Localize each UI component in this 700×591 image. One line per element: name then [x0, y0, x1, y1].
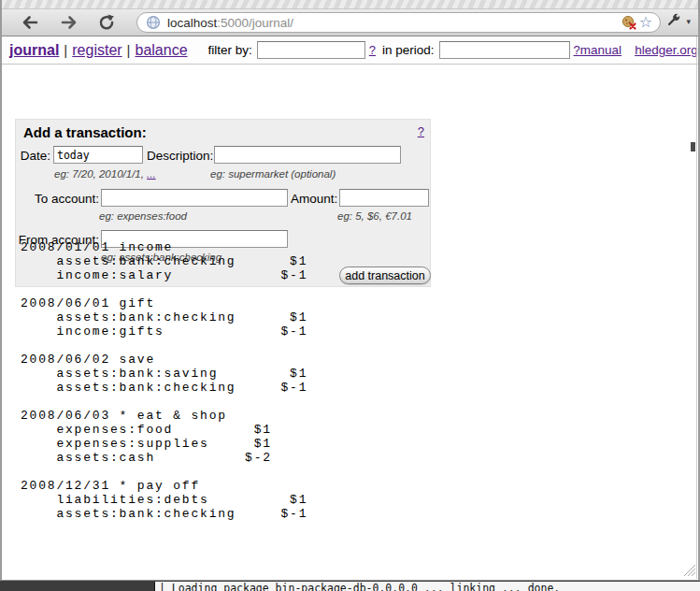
hledger-org-link[interactable]: hledger.org	[635, 43, 698, 57]
cookie-blocked-icon[interactable]	[621, 14, 637, 31]
to-account-hint: eg: expenses:food	[99, 210, 187, 222]
page-right-border	[696, 36, 697, 579]
date-label: Date:	[16, 149, 50, 163]
scrollbar-thumb[interactable]	[691, 142, 695, 151]
address-bar[interactable]: localhost:5000/journal/ ☆	[136, 12, 661, 33]
nav-right-links: manual hledger.org	[580, 43, 698, 57]
period-help-link[interactable]: ?	[574, 43, 580, 57]
date-hint: eg: 7/20, 2010/1/1, ...	[54, 168, 156, 180]
to-account-label: To account:	[16, 192, 99, 206]
journal-text: 2008/01/01 income assets:bank:checking $…	[21, 240, 307, 521]
amount-input[interactable]	[339, 189, 429, 207]
description-input[interactable]	[214, 146, 401, 164]
nav-link-balance[interactable]: balance	[136, 42, 188, 59]
filter-help-link[interactable]: ?	[369, 43, 376, 57]
bookmark-star-icon[interactable]: ☆	[637, 14, 654, 31]
nav-separator: |	[127, 42, 131, 58]
reload-button[interactable]	[95, 12, 118, 33]
add-transaction-button[interactable]: add transaction	[339, 267, 431, 284]
terminal-window-peek: | Loading package bin-package-db-0.0.0.0…	[154, 582, 700, 591]
desktop-background: | Loading package bin-package-db-0.0.0.0…	[0, 582, 700, 591]
window-titlebar[interactable]	[2, 0, 698, 9]
form-title: Add a transaction:	[23, 124, 147, 140]
date-hint-more-link[interactable]: ...	[147, 168, 156, 180]
browser-toolbar: localhost:5000/journal/ ☆	[2, 9, 698, 36]
nav-link-journal[interactable]: journal	[9, 42, 59, 59]
terminal-output-text: | Loading package bin-package-db-0.0.0.0…	[159, 582, 560, 591]
form-help-link[interactable]: ?	[418, 124, 424, 138]
page: journal | register | balance filter by: …	[2, 36, 698, 579]
url-text[interactable]: localhost:5000/journal/	[167, 16, 621, 30]
nav-link-register[interactable]: register	[72, 42, 121, 59]
menu-caret-icon: ▾	[686, 17, 691, 26]
nav-separator: |	[64, 42, 67, 58]
site-nav: journal | register | balance filter by: …	[2, 36, 698, 65]
description-label: Description:	[147, 149, 213, 163]
amount-hint: eg: 5, $6, €7.01	[337, 210, 412, 222]
menu-wrench-button[interactable]: ▾	[668, 13, 691, 30]
resize-grip[interactable]	[683, 564, 696, 577]
manual-link[interactable]: manual	[580, 43, 621, 57]
forward-button[interactable]	[58, 12, 80, 33]
globe-icon[interactable]	[145, 14, 162, 31]
url-path: :5000/journal/	[217, 16, 293, 30]
amount-label: Amount:	[291, 192, 337, 206]
url-host: localhost	[167, 16, 217, 30]
wrench-icon	[668, 13, 684, 30]
description-hint: eg: supermarket (optional)	[210, 168, 336, 180]
in-period-label: in period:	[382, 43, 435, 57]
browser-window: localhost:5000/journal/ ☆	[0, 0, 700, 581]
filter-input[interactable]	[257, 41, 365, 59]
reload-icon	[98, 14, 115, 31]
filter-by-label: filter by:	[208, 43, 252, 57]
screen: localhost:5000/journal/ ☆	[0, 0, 700, 591]
date-input[interactable]	[53, 146, 143, 164]
back-button[interactable]	[19, 12, 41, 33]
period-input[interactable]	[439, 41, 570, 59]
forward-arrow-icon	[60, 15, 79, 30]
to-account-input[interactable]	[101, 189, 288, 207]
back-arrow-icon	[21, 15, 39, 30]
